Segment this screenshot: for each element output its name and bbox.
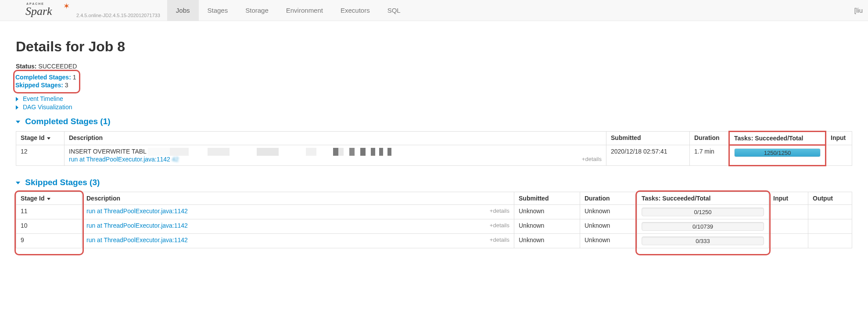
col-input[interactable]: Input <box>769 192 808 205</box>
page-title: Details for Job 8 <box>16 39 852 55</box>
spark-star-icon: ✶ <box>63 1 70 11</box>
spark-version: 2.4.5.online-JD2.4.5.15-202012071733 <box>76 13 160 18</box>
cell-input <box>826 145 852 166</box>
col-stage-id[interactable]: Stage Id <box>16 132 65 145</box>
col-duration[interactable]: Duration <box>580 192 637 205</box>
caret-down-icon <box>16 121 20 123</box>
details-link[interactable]: +details <box>490 222 509 229</box>
tasks-progress: 1250/1250 <box>734 148 821 157</box>
nav-tabs: Jobs Stages Storage Environment Executor… <box>167 0 409 21</box>
skipped-stages-label[interactable]: Skipped Stages: <box>15 82 63 89</box>
completed-stages-value: 1 <box>73 74 76 81</box>
sort-caret-icon <box>47 198 50 200</box>
cell-submitted: Unknown <box>514 234 580 248</box>
status-value: SUCCEEDED <box>38 63 77 70</box>
tasks-progress: 0/10739 <box>642 222 764 231</box>
completed-stages-section[interactable]: Completed Stages (1) <box>16 117 852 126</box>
tab-executors[interactable]: Executors <box>332 0 379 21</box>
cell-submitted: Unknown <box>514 205 580 219</box>
status-label: Status: <box>16 63 36 70</box>
table-row: 10run at ThreadPoolExecutor.java:1142+de… <box>16 219 852 234</box>
cell-input <box>769 205 808 219</box>
col-submitted[interactable]: Submitted <box>606 132 690 145</box>
cell-duration: 1.7 min <box>690 145 729 166</box>
tasks-progress: 0/1250 <box>642 208 764 216</box>
dag-visualization-toggle[interactable]: DAG Visualization <box>23 104 72 111</box>
cell-description: run at ThreadPoolExecutor.java:1142+deta… <box>82 234 514 248</box>
caret-down-icon <box>16 182 20 184</box>
cell-stage-id: 9 <box>16 234 82 248</box>
top-navbar: APACHE Spark ✶ 2.4.5.online-JD2.4.5.15-2… <box>0 0 868 21</box>
cell-input <box>769 234 808 248</box>
cell-tasks: 0/333 <box>637 234 769 248</box>
cell-duration: Unknown <box>580 205 637 219</box>
spark-logo: APACHE Spark ✶ <box>25 3 74 17</box>
tab-jobs[interactable]: Jobs <box>167 0 199 21</box>
skipped-stages-value: 3 <box>65 82 68 89</box>
stage-description-link[interactable]: run at ThreadPoolExecutor.java:1142 <box>69 156 170 163</box>
redacted-mosaic <box>148 148 420 156</box>
nav-right-text: [liu <box>854 7 864 14</box>
cell-tasks: 0/10739 <box>637 219 769 234</box>
col-submitted[interactable]: Submitted <box>514 192 580 205</box>
stage-description-link[interactable]: run at ThreadPoolExecutor.java:1142 <box>86 236 188 243</box>
completed-stages-label[interactable]: Completed Stages: <box>15 74 71 81</box>
tasks-progress: 0/333 <box>642 236 764 245</box>
stage-description-link[interactable]: run at ThreadPoolExecutor.java:1142 <box>86 208 188 215</box>
table-row: 11run at ThreadPoolExecutor.java:1142+de… <box>16 205 852 219</box>
cell-description: INSERT OVERWRITE TABL run at ThreadPoolE… <box>65 145 606 166</box>
logo-spark-text: Spark <box>25 5 52 18</box>
cell-description: run at ThreadPoolExecutor.java:1142+deta… <box>82 205 514 219</box>
col-duration[interactable]: Duration <box>690 132 729 145</box>
completed-stages-table: Stage Id Description Submitted Duration … <box>16 131 852 166</box>
event-timeline-toggle[interactable]: Event Timeline <box>23 95 63 102</box>
cell-submitted: 2020/12/18 02:57:41 <box>606 145 690 166</box>
col-tasks[interactable]: Tasks: Succeeded/Total <box>729 132 826 145</box>
cell-description: run at ThreadPoolExecutor.java:1142+deta… <box>82 219 514 234</box>
table-row: 9run at ThreadPoolExecutor.java:1142+det… <box>16 234 852 248</box>
cell-stage-id: 12 <box>16 145 65 166</box>
skipped-stages-table: Stage Id Description Submitted Duration … <box>16 192 852 248</box>
cell-tasks: 1250/1250 <box>729 145 826 166</box>
tab-environment[interactable]: Environment <box>277 0 332 21</box>
cell-duration: Unknown <box>580 234 637 248</box>
cell-output <box>808 205 852 219</box>
cell-output <box>808 219 852 234</box>
col-input[interactable]: Input <box>826 132 852 145</box>
cell-submitted: Unknown <box>514 219 580 234</box>
cell-stage-id: 11 <box>16 205 82 219</box>
table-row: 12 INSERT OVERWRITE TABL run at ThreadPo… <box>16 145 852 166</box>
details-link[interactable]: +details <box>490 236 509 243</box>
col-description[interactable]: Description <box>82 192 514 205</box>
job-summary: Status: SUCCEEDED <box>16 63 852 70</box>
brand[interactable]: APACHE Spark ✶ 2.4.5.online-JD2.4.5.15-2… <box>25 3 160 18</box>
col-tasks[interactable]: Tasks: Succeeded/Total <box>637 192 769 205</box>
skipped-stages-section[interactable]: Skipped Stages (3) <box>16 178 852 187</box>
tab-sql[interactable]: SQL <box>379 0 409 21</box>
col-description[interactable]: Description <box>65 132 606 145</box>
cell-tasks: 0/1250 <box>637 205 769 219</box>
cell-input <box>769 219 808 234</box>
caret-right-icon <box>16 105 18 110</box>
caret-right-icon <box>16 97 18 101</box>
details-link[interactable]: +details <box>490 208 509 214</box>
stage-description-link[interactable]: run at ThreadPoolExecutor.java:1142 <box>86 222 188 229</box>
sort-caret-icon <box>47 137 50 140</box>
details-link[interactable]: +details <box>582 156 602 162</box>
col-stage-id[interactable]: Stage Id <box>16 192 82 205</box>
cell-stage-id: 10 <box>16 219 82 234</box>
col-output[interactable]: Output <box>808 192 852 205</box>
cell-duration: Unknown <box>580 219 637 234</box>
tab-stages[interactable]: Stages <box>199 0 237 21</box>
cell-output <box>808 234 852 248</box>
annotation-summary-box: Completed Stages: 1 Skipped Stages: 3 <box>13 70 80 93</box>
tab-storage[interactable]: Storage <box>237 0 277 21</box>
